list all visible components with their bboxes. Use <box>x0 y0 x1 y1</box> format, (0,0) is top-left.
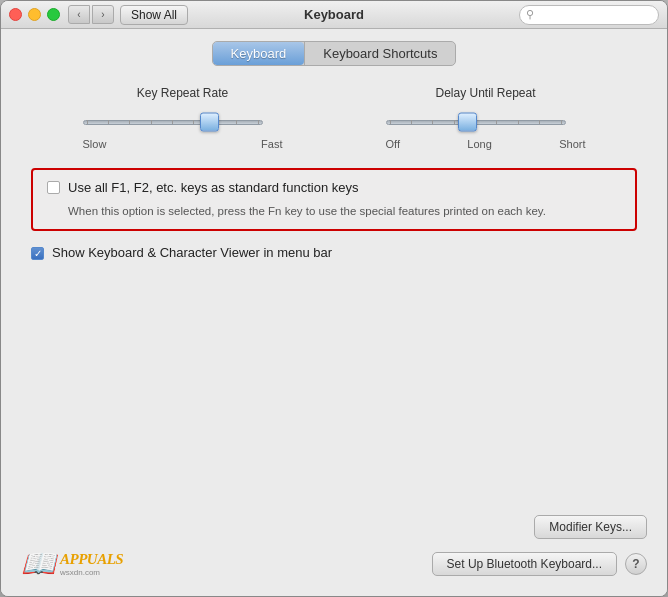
key-repeat-label: Key Repeat Rate <box>137 86 228 100</box>
bottom-footer: 📖 APPUALS wsxdn.com Set Up Bluetooth Key… <box>21 547 647 580</box>
tick <box>411 120 412 124</box>
main-window: ‹ › Show All Keyboard ⚲ Keyboard Keyboar… <box>0 0 668 597</box>
fn-checkbox-section: Use all F1, F2, etc. keys as standard fu… <box>31 168 637 231</box>
titlebar: ‹ › Show All Keyboard ⚲ <box>1 1 667 29</box>
traffic-lights <box>9 8 60 21</box>
key-repeat-ticks <box>83 120 263 125</box>
tick <box>151 120 152 124</box>
forward-button[interactable]: › <box>92 5 114 24</box>
modifier-keys-button[interactable]: Modifier Keys... <box>534 515 647 539</box>
search-box[interactable]: ⚲ <box>519 5 659 25</box>
tick <box>432 120 433 124</box>
viewer-checkbox[interactable]: ✓ <box>31 247 44 260</box>
key-repeat-max: Fast <box>261 138 282 150</box>
modifier-keys-row: Modifier Keys... <box>21 515 647 539</box>
help-button[interactable]: ? <box>625 553 647 575</box>
bottom-right-buttons: Set Up Bluetooth Keyboard... ? <box>432 552 647 576</box>
nav-buttons: ‹ › <box>68 5 114 24</box>
tick <box>496 120 497 124</box>
spacer <box>21 262 647 515</box>
tick <box>390 120 391 124</box>
fn-checkbox-label: Use all F1, F2, etc. keys as standard fu… <box>68 180 358 197</box>
tick <box>258 120 259 124</box>
key-repeat-group: Key Repeat Rate <box>31 86 334 150</box>
fn-checkbox-row: Use all F1, F2, etc. keys as standard fu… <box>47 180 621 197</box>
search-input[interactable] <box>537 8 647 22</box>
minimize-button[interactable] <box>28 8 41 21</box>
key-repeat-thumb[interactable] <box>200 113 219 132</box>
delay-repeat-slider-container <box>386 110 566 134</box>
tab-bar: Keyboard Keyboard Shortcuts <box>21 41 647 66</box>
tick <box>87 120 88 124</box>
delay-repeat-thumb[interactable] <box>458 113 477 132</box>
tick <box>518 120 519 124</box>
logo-character: 📖 <box>21 547 56 580</box>
watermark-site: wsxdn.com <box>60 568 123 577</box>
close-button[interactable] <box>9 8 22 21</box>
delay-repeat-long: Long <box>467 138 491 150</box>
key-repeat-min: Slow <box>83 138 107 150</box>
tick <box>108 120 109 124</box>
viewer-checkbox-row: ✓ Show Keyboard & Character Viewer in me… <box>31 245 637 262</box>
fn-checkbox-desc: When this option is selected, press the … <box>68 203 621 219</box>
delay-repeat-label: Delay Until Repeat <box>435 86 535 100</box>
delay-repeat-sublabels: Off Long Short <box>386 138 586 150</box>
tick <box>454 120 455 124</box>
tab-keyboard[interactable]: Keyboard <box>213 42 305 65</box>
content-area: Keyboard Keyboard Shortcuts Key Repeat R… <box>1 29 667 596</box>
tick <box>561 120 562 124</box>
delay-repeat-off: Off <box>386 138 400 150</box>
viewer-checkbox-label: Show Keyboard & Character Viewer in menu… <box>52 245 332 262</box>
logo-text-block: APPUALS wsxdn.com <box>60 551 123 577</box>
key-repeat-sublabels: Slow Fast <box>83 138 283 150</box>
sliders-row: Key Repeat Rate <box>21 86 647 150</box>
delay-repeat-group: Delay Until Repeat <box>334 86 637 150</box>
tab-keyboard-shortcuts[interactable]: Keyboard Shortcuts <box>305 42 455 65</box>
logo-appuals-text: APPUALS <box>60 551 123 568</box>
search-icon: ⚲ <box>526 8 534 21</box>
key-repeat-slider-container <box>83 110 263 134</box>
appuals-logo: 📖 APPUALS wsxdn.com <box>21 547 123 580</box>
tick <box>193 120 194 124</box>
tick <box>172 120 173 124</box>
show-all-button[interactable]: Show All <box>120 5 188 25</box>
maximize-button[interactable] <box>47 8 60 21</box>
delay-repeat-short: Short <box>559 138 585 150</box>
back-button[interactable]: ‹ <box>68 5 90 24</box>
key-repeat-wrapper: Slow Fast <box>83 110 283 150</box>
tick <box>129 120 130 124</box>
tick <box>236 120 237 124</box>
tick <box>539 120 540 124</box>
window-title: Keyboard <box>304 7 364 22</box>
fn-checkbox[interactable] <box>47 181 60 194</box>
tab-group: Keyboard Keyboard Shortcuts <box>212 41 457 66</box>
bluetooth-keyboard-button[interactable]: Set Up Bluetooth Keyboard... <box>432 552 617 576</box>
delay-repeat-wrapper: Off Long Short <box>386 110 586 150</box>
